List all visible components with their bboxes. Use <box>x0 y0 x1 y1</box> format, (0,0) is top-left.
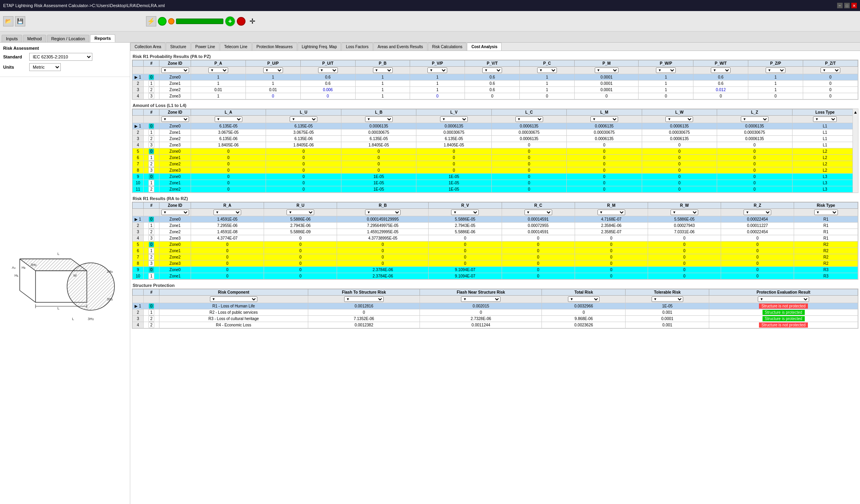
table-row[interactable]: 7 2 Zone2 00 00 00 00 R2 <box>133 254 858 260</box>
diagram-area: L L H₁ H₂ 3H₂ 3H₂ 3H₂ 3H₂ L W A₀ <box>0 77 130 504</box>
table-row[interactable]: ▶ 1 0 Zone0 110.6 110.6 10.0001 10.6 10 <box>133 74 858 81</box>
table-row[interactable]: ▶ 1 0 Zone0 6.135E-056.135E-05 0.0006135… <box>133 123 858 129</box>
tab-loss-factors[interactable]: Loss Factors <box>341 43 373 51</box>
settings-panel: Risk Assessment Standard IEC 62305-2:201… <box>0 43 130 77</box>
add-button[interactable]: + <box>225 16 235 26</box>
table-row[interactable]: 3 2 Zone2 0.010.010.006 110.6 10.0001 10… <box>133 87 858 93</box>
tab-structure[interactable]: Structure <box>166 43 191 51</box>
window-controls[interactable]: − □ ✕ <box>837 3 857 8</box>
table-row[interactable]: 8 3 Zone3 00 00 00 00 L2 <box>133 167 858 174</box>
maximize-button[interactable]: □ <box>844 3 850 8</box>
units-select[interactable]: Metric <box>29 63 61 71</box>
amount-loss-heading: Amount of Loss (L1 to L4) <box>133 103 858 108</box>
tab-telecom-line[interactable]: Telecom Line <box>220 43 252 51</box>
filter-pa[interactable]: ▼ <box>208 67 228 73</box>
table-row[interactable]: 4 3 Zone3 4.3774E-070 4.37738995E-050 00… <box>133 235 858 242</box>
table-row[interactable]: 3 2 Zone2 1.4591E-085.5886E-09 1.4591299… <box>133 229 858 235</box>
table-row[interactable]: 6 1 Zone1 00 00 00 00 R2 <box>133 248 858 254</box>
standard-row: Standard IEC 62305-2:2010 <box>3 53 127 61</box>
units-label: Units <box>3 65 27 69</box>
svg-text:H₁: H₁ <box>14 274 19 277</box>
svg-text:3H₂: 3H₂ <box>88 317 94 321</box>
r1-probability-table: # Zone ID P_A P_U/P P_U/T P_B P_V/P P_V/… <box>132 60 858 99</box>
r1-probability-heading: Risk R1 Probability Results (PA to PZ) <box>133 54 858 59</box>
nav-tabs: Inputs Method Region / Location Reports <box>0 32 860 43</box>
save-button[interactable]: 💾 <box>15 16 25 26</box>
table-row[interactable]: 10 1 Zone1 00 2.3784E-069.1094E-07 00 00… <box>133 273 858 279</box>
tab-risk-calculations[interactable]: Risk Calculations <box>428 43 467 51</box>
close-button[interactable]: ✕ <box>851 3 857 8</box>
th-pvp: P_V/P <box>410 60 465 67</box>
table-row[interactable]: 2 1 Zone1 110.6 110.6 10.0001 10.6 10 <box>133 81 858 87</box>
svg-text:L: L <box>57 306 59 310</box>
table-row[interactable]: 11 2 Zone2 00 1E-051E-05 00 00 L3 <box>133 186 858 193</box>
lightning-tools: ⚡ + ✛ <box>146 16 257 26</box>
tab-areas-events[interactable]: Areas and Events Results <box>373 43 427 51</box>
amount-loss-table-wrapper: ▲ # Zone ID L_A L_U L_B L_V L_C L_M <box>132 109 858 193</box>
th-rownum <box>133 60 144 67</box>
table-row[interactable]: 9 0 Zone0 00 1E-051E-05 00 00 L3 <box>133 174 858 180</box>
title-bar: ETAP Lightning Risk Assessment Calculato… <box>0 0 860 11</box>
status-ok-icon <box>158 17 167 26</box>
table-row[interactable]: 9 0 Zone0 00 2.3784E-069.1094E-07 00 00 … <box>133 267 858 273</box>
th-pzt: P_Z/T <box>803 60 858 67</box>
th-pup: P_U/P <box>245 60 300 67</box>
svg-text:L: L <box>72 317 74 321</box>
table-row[interactable]: 6 1 Zone1 00 00 00 00 L2 <box>133 155 858 161</box>
row-indicator: ▶ 1 <box>133 74 144 81</box>
risk-assessment-label: Risk Assessment <box>3 46 127 51</box>
title-text: ETAP Lightning Risk Assessment Calculato… <box>3 3 165 8</box>
table-row[interactable]: 2 1 Zone1 7.2955E-062.7943E-06 7.2956499… <box>133 223 858 229</box>
structure-protection-heading: Structure Protection <box>133 283 858 288</box>
r1-results-table-wrapper: # Zone ID R_A R_U R_B R_V R_C R_M R_W R_… <box>132 202 858 280</box>
table-row[interactable]: 5 0 Zone0 00 00 00 00 L2 <box>133 148 858 155</box>
scroll-indicator[interactable]: ▲ <box>853 109 858 193</box>
table-row[interactable]: 3 2 R3 - Loss of cultural heritage 7.135… <box>133 316 858 322</box>
r1-probability-table-wrapper: # Zone ID P_A P_U/P P_U/T P_B P_V/P P_V/… <box>132 60 858 100</box>
tab-lightning-freq[interactable]: Lightning Freq. Map <box>298 43 341 51</box>
table-row[interactable]: 7 2 Zone2 00 00 00 00 L2 <box>133 161 858 167</box>
table-row[interactable]: 5 0 Zone0 00 00 00 00 R2 <box>133 242 858 248</box>
tables-area[interactable]: Risk R1 Probability Results (PA to PZ) #… <box>130 51 860 504</box>
th-pm: P_M <box>575 60 639 67</box>
standard-select[interactable]: IEC 62305-2:2010 <box>29 53 92 61</box>
th-pzp: P_Z/P <box>748 60 803 67</box>
r1-results-table: # Zone ID R_A R_U R_B R_V R_C R_M R_W R_… <box>132 202 858 279</box>
lightning-button[interactable]: ⚡ <box>146 16 156 26</box>
filter-zone-id[interactable]: ▼ <box>161 67 189 73</box>
svg-line-5 <box>20 290 36 302</box>
svg-text:3H₂: 3H₂ <box>107 270 113 274</box>
open-button[interactable]: 📂 <box>3 16 13 26</box>
tab-cost-analysis[interactable]: Cost Analysis <box>467 43 502 51</box>
tab-power-line[interactable]: Power Line <box>191 43 219 51</box>
table-row[interactable]: 10 1 Zone1 00 1E-051E-05 00 00 L3 <box>133 180 858 186</box>
table-row[interactable]: 8 3 Zone3 00 00 00 00 R2 <box>133 260 858 267</box>
table-row[interactable]: 2 1 R2 - Loss of public services 0 0 0 0… <box>133 309 858 316</box>
tab-method[interactable]: Method <box>23 35 46 42</box>
table-row[interactable]: ▶ 1 0 Zone0 1.4591E-055.5886E-06 0.00014… <box>133 216 858 223</box>
amount-loss-table: # Zone ID L_A L_U L_B L_V L_C L_M L_W L_… <box>132 109 858 193</box>
tab-collection-area[interactable]: Collection Area <box>130 43 165 51</box>
building-diagram: L L H₁ H₂ 3H₂ 3H₂ 3H₂ 3H₂ L W A₀ <box>12 247 118 334</box>
tab-region-location[interactable]: Region / Location <box>47 35 90 42</box>
table-row[interactable]: 3 2 Zone2 6.135E-066.135E-06 6.135E-056.… <box>133 136 858 142</box>
toolbar: 📂 💾 ⚡ + ✛ <box>0 11 860 32</box>
tab-protection-measures[interactable]: Protection Measures <box>252 43 297 51</box>
table-row[interactable]: 4 3 Zone3 100 100 00 00 00 <box>133 93 858 99</box>
th-pa: P_A <box>191 60 246 67</box>
minimize-button[interactable]: − <box>837 3 843 8</box>
table-row[interactable]: 4 3 Zone3 1.8405E-061.8405E-06 1.8405E-0… <box>133 142 858 148</box>
svg-text:L: L <box>57 252 59 256</box>
move-button[interactable]: ✛ <box>247 16 257 26</box>
tab-inputs[interactable]: Inputs <box>2 35 22 42</box>
th-zone-id: Zone ID <box>159 60 191 67</box>
table-row[interactable]: 2 1 Zone1 3.0675E-053.0675E-05 0.0003067… <box>133 129 858 136</box>
left-panel: Risk Assessment Standard IEC 62305-2:201… <box>0 43 130 504</box>
tab-reports[interactable]: Reports <box>90 34 115 42</box>
units-row: Units Metric <box>3 63 127 71</box>
table-row[interactable]: ▶ 1 0 R1 - Loss of Human Life 0.0012816 … <box>133 303 858 309</box>
right-content: Collection Area Structure Power Line Tel… <box>130 43 860 504</box>
structure-protection-table-wrapper: # Risk Component Flash To Structure Risk… <box>132 289 858 329</box>
table-row[interactable]: 4 2 R4 - Economic Loss 0.0012382 0.00112… <box>133 322 858 328</box>
progress-container <box>176 19 223 24</box>
